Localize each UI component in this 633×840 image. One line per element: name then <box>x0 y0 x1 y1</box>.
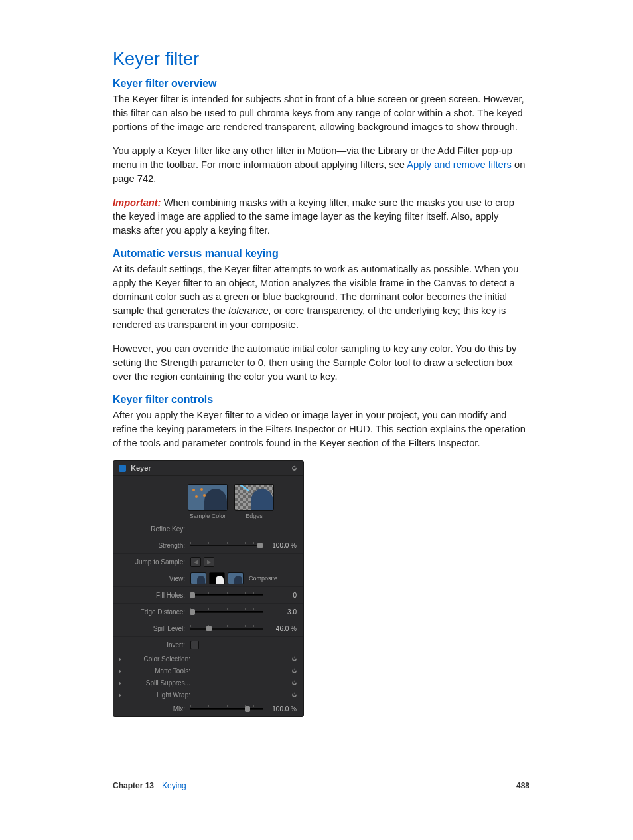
jump-prev-button[interactable]: ◀ <box>190 557 201 567</box>
invert-label: Invert: <box>119 641 190 649</box>
mix-label: Mix: <box>119 705 190 713</box>
reset-icon[interactable] <box>291 691 298 699</box>
matte-tools-label: Matte Tools: <box>124 667 196 675</box>
reset-icon[interactable] <box>291 679 298 687</box>
link-apply-remove-filters[interactable]: Apply and remove filters <box>407 159 512 170</box>
section-heading-overview: Keyer filter overview <box>113 78 528 90</box>
invert-checkbox[interactable] <box>190 641 199 649</box>
edges-label: Edges <box>246 513 263 519</box>
fill-holes-value[interactable]: 0 <box>266 592 298 599</box>
jump-to-sample-label: Jump to Sample: <box>119 558 190 566</box>
strength-slider[interactable] <box>190 541 263 549</box>
important-label: Important: <box>113 197 164 208</box>
mix-slider[interactable] <box>190 705 263 713</box>
disclosure-triangle-icon[interactable] <box>119 681 121 685</box>
footer-chapter-name[interactable]: Keying <box>162 781 516 790</box>
paragraph: You apply a Keyer filter like any other … <box>113 144 528 186</box>
sample-color-thumbnail[interactable] <box>188 484 228 511</box>
spill-suppression-label: Spill Suppres... <box>124 679 196 687</box>
fill-holes-slider[interactable] <box>190 591 263 599</box>
edge-distance-value[interactable]: 3.0 <box>266 608 298 616</box>
strength-value[interactable]: 100.0 % <box>266 542 298 549</box>
paragraph: The Keyer filter is intended for subject… <box>113 92 528 134</box>
edge-distance-slider[interactable] <box>190 608 263 616</box>
edges-thumbnail[interactable] <box>234 484 274 511</box>
edge-distance-label: Edge Distance: <box>119 608 190 616</box>
fill-holes-label: Fill Holes: <box>119 592 190 599</box>
disclosure-triangle-icon[interactable] <box>119 669 121 673</box>
view-matte-button[interactable] <box>209 572 225 584</box>
refine-key-label: Refine Key: <box>119 525 190 533</box>
view-composite-button[interactable] <box>190 572 206 584</box>
reset-icon[interactable] <box>291 655 298 663</box>
section-heading-controls: Keyer filter controls <box>113 394 528 406</box>
view-mode-label: Composite <box>249 575 277 582</box>
jump-next-button[interactable]: ▶ <box>204 557 214 567</box>
paragraph: However, you can override the automatic … <box>113 342 528 384</box>
spill-level-slider[interactable] <box>190 624 263 632</box>
disclosure-triangle-icon[interactable] <box>119 693 121 697</box>
reset-icon[interactable] <box>291 667 298 675</box>
footer-chapter: Chapter 13 <box>113 781 154 790</box>
spill-level-label: Spill Level: <box>119 625 190 632</box>
spill-level-value[interactable]: 46.0 % <box>266 625 298 632</box>
paragraph: At its default settings, the Keyer filte… <box>113 262 528 332</box>
section-heading-auto: Automatic versus manual keying <box>113 248 528 260</box>
color-selection-label: Color Selection: <box>124 655 196 663</box>
view-label: View: <box>119 575 190 582</box>
main-heading: Keyer filter <box>113 49 528 70</box>
paragraph: After you apply the Keyer filter to a vi… <box>113 408 528 450</box>
paragraph-important: Important: When combining masks with a k… <box>113 196 528 238</box>
disclosure-triangle-icon[interactable] <box>119 657 121 661</box>
light-wrap-label: Light Wrap: <box>124 691 196 699</box>
mix-value[interactable]: 100.0 % <box>266 705 298 713</box>
sample-color-label: Sample Color <box>190 513 226 519</box>
view-original-button[interactable] <box>228 572 244 584</box>
footer-page-number: 488 <box>516 781 529 790</box>
reset-icon[interactable] <box>291 465 298 472</box>
keyer-inspector-panel: Keyer Sample Color <box>113 460 304 717</box>
panel-title: Keyer <box>131 464 291 472</box>
filter-enable-checkbox[interactable] <box>119 465 126 472</box>
strength-label: Strength: <box>119 542 190 549</box>
